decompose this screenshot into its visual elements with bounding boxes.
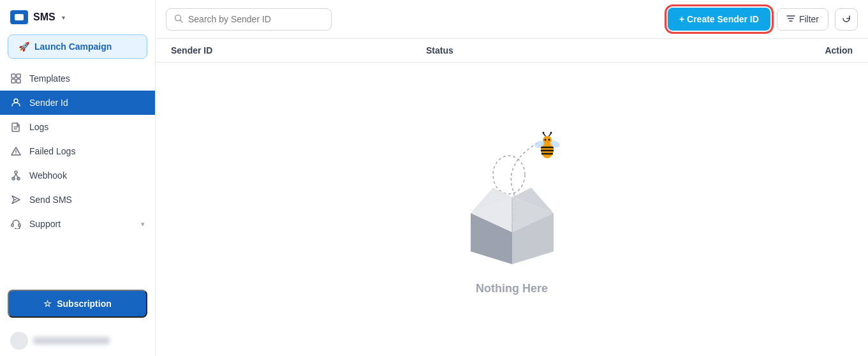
- sidebar-item-templates[interactable]: Templates: [0, 66, 155, 91]
- empty-title: Nothing Here: [476, 282, 548, 295]
- sidebar: SMS ▾ 🚀 Launch Campaign Templates: [0, 0, 156, 356]
- sidebar-item-webhook[interactable]: Webhook: [0, 163, 155, 188]
- search-input[interactable]: [188, 14, 323, 24]
- brand-chevron-icon: ▾: [62, 14, 65, 21]
- search-box: [166, 8, 332, 31]
- filter-icon: [786, 14, 795, 25]
- support-chevron-icon: ▾: [141, 220, 145, 228]
- user-name: [33, 337, 110, 345]
- main-content: + Create Sender ID Filter: [156, 0, 868, 356]
- support-label: Support: [29, 219, 61, 229]
- empty-box-svg: [464, 175, 560, 264]
- sidebar-brand[interactable]: SMS ▾: [0, 0, 155, 29]
- person-icon: [10, 97, 22, 108]
- bee-icon: [531, 130, 563, 162]
- sidebar-item-sender-id[interactable]: Sender Id: [0, 91, 155, 115]
- webhook-icon: [10, 170, 22, 181]
- search-icon: [174, 14, 183, 25]
- svg-point-21: [544, 138, 546, 140]
- sidebar-nav: Templates Sender Id Logs: [0, 66, 155, 236]
- sidebar-item-logs[interactable]: Logs: [0, 115, 155, 139]
- svg-point-8: [16, 154, 17, 154]
- svg-point-4: [14, 99, 18, 103]
- failed-logs-label: Failed Logs: [29, 146, 75, 156]
- column-sender-id: Sender ID: [171, 45, 426, 56]
- filter-button[interactable]: Filter: [777, 8, 828, 31]
- file-icon: [10, 121, 22, 133]
- svg-rect-3: [17, 79, 20, 83]
- empty-illustration: [448, 124, 576, 264]
- svg-point-26: [550, 131, 552, 133]
- table-header: Sender ID Status Action: [156, 39, 868, 63]
- webhook-label: Webhook: [29, 170, 67, 181]
- svg-line-17: [180, 20, 183, 22]
- svg-rect-1: [17, 74, 20, 78]
- empty-state: Nothing Here: [156, 63, 868, 356]
- sms-logo-icon: [10, 10, 28, 24]
- subscription-button[interactable]: ☆ Subscription: [8, 290, 147, 318]
- svg-rect-0: [11, 74, 15, 78]
- svg-point-15: [15, 228, 16, 229]
- filter-label: Filter: [799, 14, 819, 24]
- svg-point-24: [542, 131, 544, 133]
- templates-label: Templates: [29, 73, 70, 84]
- grid-icon: [10, 73, 22, 84]
- svg-rect-14: [18, 224, 20, 226]
- create-sender-label: + Create Sender ID: [679, 14, 759, 24]
- svg-point-22: [548, 138, 550, 140]
- star-icon: ☆: [43, 299, 52, 309]
- launch-campaign-label: Launch Campaign: [34, 41, 112, 52]
- subscription-label: Subscription: [57, 299, 112, 309]
- toolbar-right: + Create Sender ID Filter: [668, 8, 858, 31]
- rocket-icon: 🚀: [18, 41, 29, 52]
- sidebar-item-failed-logs[interactable]: Failed Logs: [0, 139, 155, 163]
- user-area: [0, 325, 155, 356]
- refresh-icon: [842, 14, 851, 25]
- create-sender-id-button[interactable]: + Create Sender ID: [668, 8, 770, 31]
- sender-id-label: Sender Id: [29, 98, 68, 108]
- svg-line-23: [543, 133, 545, 136]
- avatar: [10, 332, 28, 350]
- svg-rect-13: [11, 224, 13, 226]
- refresh-button[interactable]: [835, 8, 858, 31]
- svg-rect-2: [11, 79, 15, 83]
- column-action: Action: [725, 45, 853, 56]
- column-status: Status: [426, 45, 725, 56]
- brand-title: SMS: [33, 11, 55, 23]
- sidebar-item-send-sms[interactable]: Send SMS: [0, 188, 155, 212]
- launch-campaign-button[interactable]: 🚀 Launch Campaign: [8, 34, 147, 59]
- toolbar: + Create Sender ID Filter: [156, 0, 868, 39]
- logs-label: Logs: [29, 122, 48, 132]
- sidebar-item-support[interactable]: Support ▾: [0, 212, 155, 236]
- svg-line-25: [549, 133, 551, 136]
- warning-icon: [10, 145, 22, 157]
- send-icon: [10, 194, 22, 205]
- send-sms-label: Send SMS: [29, 195, 72, 205]
- headset-icon: [10, 218, 22, 230]
